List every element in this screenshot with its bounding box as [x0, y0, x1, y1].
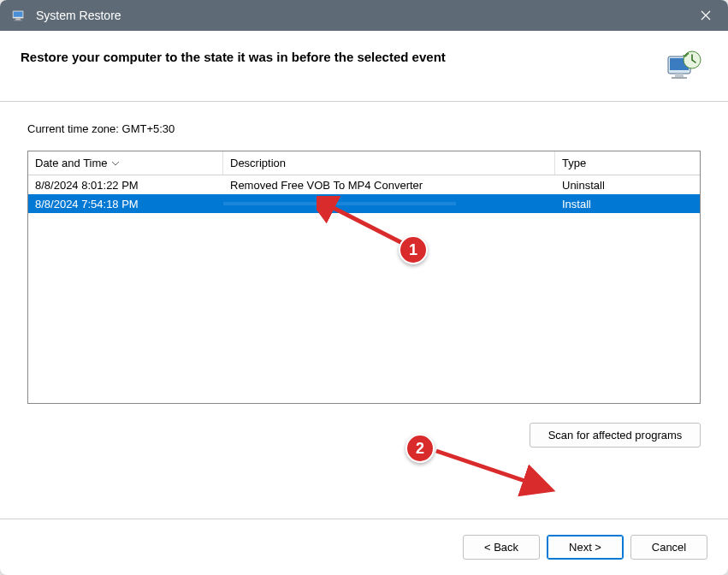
cancel-button[interactable]: Cancel — [630, 535, 707, 560]
table-row[interactable] — [28, 364, 700, 382]
timezone-label: Current time zone: GMT+5:30 — [27, 122, 701, 135]
annotation-arrow-2 — [426, 441, 563, 503]
system-restore-window: System Restore Restore your computer to … — [0, 0, 728, 575]
column-label: Type — [562, 157, 586, 169]
table-row[interactable] — [28, 382, 700, 401]
cell-type: Uninstall — [555, 177, 700, 193]
table-row[interactable] — [28, 326, 700, 345]
back-button[interactable]: < Back — [463, 535, 540, 560]
cell-type: Install — [555, 196, 700, 212]
table-row[interactable] — [28, 345, 700, 364]
titlebar: System Restore — [0, 0, 728, 31]
svg-line-13 — [436, 451, 547, 489]
svg-rect-6 — [675, 74, 684, 77]
table-row[interactable]: 8/8/2024 8:01:22 PM Removed Free VOB To … — [28, 175, 700, 194]
cell-description — [223, 202, 555, 205]
svg-rect-2 — [15, 19, 20, 21]
svg-rect-7 — [672, 77, 687, 79]
svg-rect-3 — [15, 20, 22, 21]
column-description[interactable]: Description — [223, 151, 555, 175]
svg-rect-1 — [14, 12, 23, 17]
wizard-heading: Restore your computer to the state it wa… — [21, 48, 665, 64]
scan-affected-button[interactable]: Scan for affected programs — [530, 423, 701, 448]
table-header: Date and Time Description Type — [28, 151, 700, 175]
app-icon — [10, 7, 27, 24]
next-button[interactable]: Next > — [547, 535, 624, 560]
column-label: Description — [230, 157, 286, 169]
table-body: 8/8/2024 8:01:22 PM Removed Free VOB To … — [28, 175, 700, 403]
content-area: Current time zone: GMT+5:30 Date and Tim… — [0, 102, 728, 519]
cell-datetime: 8/8/2024 7:54:18 PM — [28, 196, 223, 212]
table-row[interactable] — [28, 270, 700, 288]
table-row[interactable] — [28, 251, 700, 270]
wizard-footer: < Back Next > Cancel — [0, 519, 728, 575]
scan-row: Scan for affected programs — [27, 423, 701, 448]
close-button[interactable] — [687, 3, 725, 28]
window-title: System Restore — [36, 9, 687, 22]
table-row[interactable] — [28, 288, 700, 307]
sort-desc-icon — [111, 158, 120, 168]
column-label: Date and Time — [35, 157, 108, 169]
table-row[interactable] — [28, 232, 700, 251]
wizard-header: Restore your computer to the state it wa… — [0, 31, 728, 102]
column-type[interactable]: Type — [555, 151, 700, 175]
restore-points-table: Date and Time Description Type 8/8/2024 … — [27, 151, 701, 404]
cell-description: Removed Free VOB To MP4 Converter — [223, 177, 555, 193]
table-row[interactable]: 8/8/2024 7:54:18 PM Install — [28, 194, 700, 213]
cell-datetime: 8/8/2024 8:01:22 PM — [28, 177, 223, 193]
column-date-time[interactable]: Date and Time — [28, 151, 223, 175]
restore-icon — [665, 48, 702, 86]
table-row[interactable] — [28, 213, 700, 232]
table-row[interactable] — [28, 307, 700, 326]
